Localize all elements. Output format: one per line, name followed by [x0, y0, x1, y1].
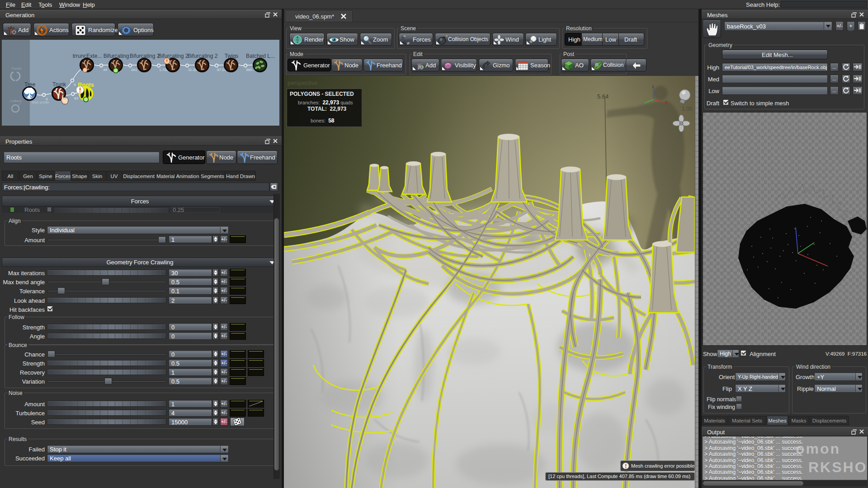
svg-text:x: x	[665, 100, 668, 105]
svg-text:9: 9	[74, 83, 76, 87]
svg-text:360..: 360..	[246, 68, 254, 72]
svg-text:Forces: Forces	[12, 67, 22, 70]
svg-text:1.00: 1.00	[682, 106, 693, 112]
svg-text:5.64: 5.64	[597, 93, 609, 100]
svg-text:Collision: Collision	[10, 99, 22, 103]
svg-text:261: 261	[131, 68, 137, 72]
svg-text:63: 63	[74, 96, 78, 100]
svg-text:44: 44	[103, 68, 107, 72]
svg-text:Main profile: Main profile	[32, 100, 49, 104]
svg-text:z: z	[652, 84, 654, 89]
svg-text:perspective: perspective	[288, 80, 317, 86]
